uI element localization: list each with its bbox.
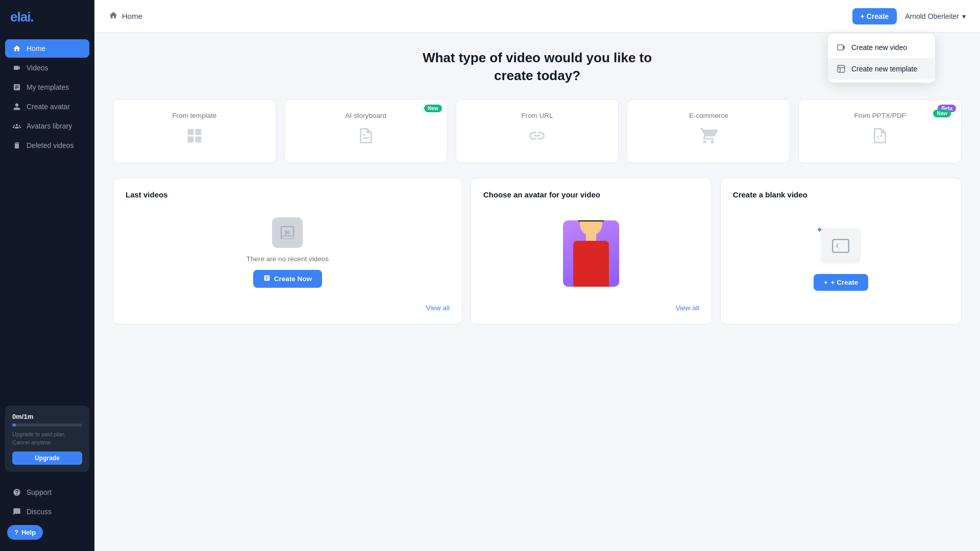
sidebar-item-home[interactable]: Home: [5, 39, 89, 58]
create-template-icon: [836, 64, 846, 74]
sidebar-nav: Home Videos My templates Create avatar: [0, 35, 94, 402]
type-card-ai-storyboard[interactable]: New AI storyboard: [284, 99, 448, 163]
create-now-icon: [263, 274, 271, 283]
sidebar-item-videos-label: Videos: [27, 64, 48, 72]
choose-avatar-header: Choose an avatar for your video: [483, 190, 699, 199]
blank-video-title: Create a blank video: [733, 190, 807, 199]
e-commerce-icon: [699, 127, 718, 148]
sidebar-item-create-avatar[interactable]: Create avatar: [5, 97, 89, 116]
avatar-view-all[interactable]: View all: [483, 304, 699, 312]
breadcrumb-label: Home: [122, 12, 142, 20]
last-videos-empty-text: There are no recent videos: [247, 255, 329, 263]
create-button[interactable]: + Create: [852, 8, 897, 24]
type-card-from-template[interactable]: From template: [113, 99, 276, 163]
video-type-cards: From template New AI storyboard From URL: [113, 99, 962, 163]
templates-icon: [12, 83, 21, 92]
blank-video-card: Create a blank video ✦ + + Create: [720, 178, 962, 324]
breadcrumb: Home: [109, 11, 142, 21]
svg-point-4: [878, 138, 879, 140]
deleted-videos-icon: [12, 141, 21, 150]
plan-usage: 0m/1m: [12, 413, 82, 420]
from-pptx-icon: [871, 127, 889, 148]
from-pptx-label: From PPTX/PDF: [854, 112, 905, 119]
sidebar: elai. Home Videos My templates: [0, 0, 94, 551]
sidebar-item-my-templates[interactable]: My templates: [5, 78, 89, 96]
last-videos-view-all[interactable]: View all: [126, 304, 450, 312]
breadcrumb-home-icon: [109, 11, 118, 21]
sidebar-item-discuss-label: Discuss: [27, 508, 52, 516]
content-area: What type of video would you like to cre…: [94, 33, 980, 551]
from-url-label: From URL: [521, 112, 553, 119]
avatar-hair: [578, 220, 604, 221]
sidebar-item-deleted-videos[interactable]: Deleted videos: [5, 136, 89, 155]
blank-video-header: Create a blank video: [733, 190, 949, 199]
sidebar-item-support-label: Support: [27, 488, 52, 496]
main-area: Home + Create Arnold Oberleiter ▾ Create…: [94, 0, 980, 551]
plan-card: 0m/1m Upgrade to paid plan. Cancel anyti…: [5, 406, 89, 472]
blank-video-icon: ✦: [820, 228, 861, 264]
help-icon: ?: [14, 529, 18, 536]
type-card-from-pptx[interactable]: Beta New From PPTX/PDF: [798, 99, 962, 163]
sidebar-item-deleted-label: Deleted videos: [27, 141, 74, 149]
sidebar-item-avatars-library[interactable]: Avatars library: [5, 117, 89, 135]
avatar-body: [573, 241, 609, 287]
from-template-label: From template: [172, 112, 216, 119]
user-name: Arnold Oberleiter: [905, 12, 959, 20]
ai-storyboard-label: AI storyboard: [346, 112, 386, 119]
app-logo: elai.: [0, 0, 94, 35]
create-now-button[interactable]: Create Now: [253, 270, 322, 288]
home-icon: [12, 44, 21, 53]
discuss-icon: [12, 507, 21, 516]
sidebar-item-discuss[interactable]: Discuss: [5, 503, 89, 521]
user-menu[interactable]: Arnold Oberleiter ▾: [905, 12, 966, 20]
from-template-icon: [185, 127, 204, 148]
e-commerce-label: E-commerce: [689, 112, 728, 119]
plan-description: Upgrade to paid plan. Cancel anytime.: [12, 431, 82, 446]
avatar-face: [580, 220, 602, 236]
sidebar-item-home-label: Home: [27, 44, 45, 53]
bottom-cards: Last videos There are no recent videos C…: [113, 178, 962, 324]
header: Home + Create Arnold Oberleiter ▾ Create…: [94, 0, 980, 33]
last-videos-empty-icon: [272, 217, 303, 248]
create-video-icon: [836, 42, 846, 53]
dropdown-create-video[interactable]: Create new video: [828, 37, 935, 58]
create-dropdown: Create new video Create new template: [828, 34, 935, 83]
create-avatar-icon: [12, 102, 21, 111]
create-blank-icon: +: [824, 279, 828, 286]
dropdown-create-video-label: Create new video: [851, 43, 907, 52]
last-videos-empty-state: There are no recent videos Create Now: [126, 207, 450, 298]
sidebar-bottom-nav: Support Discuss ? Help: [0, 478, 94, 551]
ai-storyboard-badge: New: [424, 105, 442, 112]
last-videos-title: Last videos: [126, 190, 168, 199]
blank-video-content: ✦ + + Create: [733, 207, 949, 312]
plan-bar-fill: [12, 423, 16, 427]
avatar-display[interactable]: [563, 220, 619, 287]
header-right: + Create Arnold Oberleiter ▾ Create new …: [852, 8, 966, 24]
upgrade-button[interactable]: Upgrade: [12, 452, 82, 465]
sidebar-item-support[interactable]: Support: [5, 483, 89, 502]
sidebar-item-avatars-label: Avatars library: [27, 122, 72, 130]
type-card-from-url[interactable]: From URL: [456, 99, 619, 163]
help-button[interactable]: ? Help: [7, 525, 43, 540]
dropdown-create-template[interactable]: Create new template: [828, 58, 935, 80]
ai-storyboard-icon: [357, 127, 375, 148]
pptx-new-badge: New: [933, 110, 951, 117]
last-videos-header: Last videos: [126, 190, 450, 199]
create-blank-button[interactable]: + + Create: [814, 274, 869, 291]
pptx-badge-row: Beta New: [938, 105, 956, 112]
videos-icon: [12, 63, 21, 72]
sidebar-item-videos[interactable]: Videos: [5, 59, 89, 77]
choose-avatar-card: Choose an avatar for your video View all: [471, 178, 712, 324]
last-videos-card: Last videos There are no recent videos C…: [113, 178, 462, 324]
user-menu-chevron-icon: ▾: [962, 12, 966, 20]
blank-video-star-icon: ✦: [816, 225, 823, 235]
avatars-library-icon: [12, 121, 21, 131]
svg-rect-1: [838, 65, 845, 72]
from-url-icon: [528, 127, 546, 148]
svg-rect-0: [838, 44, 843, 50]
dropdown-create-template-label: Create new template: [851, 65, 917, 73]
type-card-e-commerce[interactable]: E-commerce: [627, 99, 790, 163]
avatar-section: [483, 207, 699, 300]
plan-bar-background: [12, 423, 82, 427]
support-icon: [12, 488, 21, 497]
